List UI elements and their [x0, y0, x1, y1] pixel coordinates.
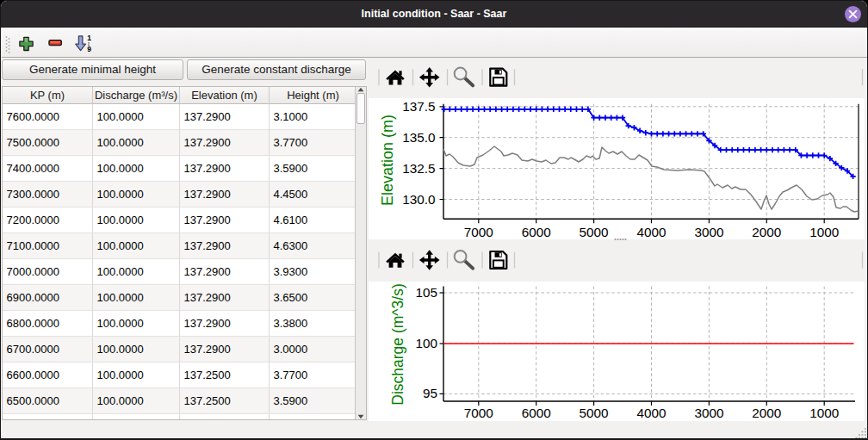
svg-text:4000: 4000 — [636, 406, 666, 420]
svg-text:7000: 7000 — [464, 406, 493, 420]
svg-text:3000: 3000 — [694, 406, 723, 420]
svg-text:2000: 2000 — [752, 406, 781, 420]
svg-text:1000: 1000 — [809, 406, 839, 420]
svg-text:5000: 5000 — [580, 406, 609, 420]
svg-text:6000: 6000 — [522, 406, 551, 420]
svg-text:100: 100 — [415, 336, 437, 350]
svg-text:95: 95 — [423, 386, 437, 400]
svg-text:105: 105 — [415, 285, 437, 300]
svg-text:Discharge (m^3/s): Discharge (m^3/s) — [389, 283, 406, 405]
